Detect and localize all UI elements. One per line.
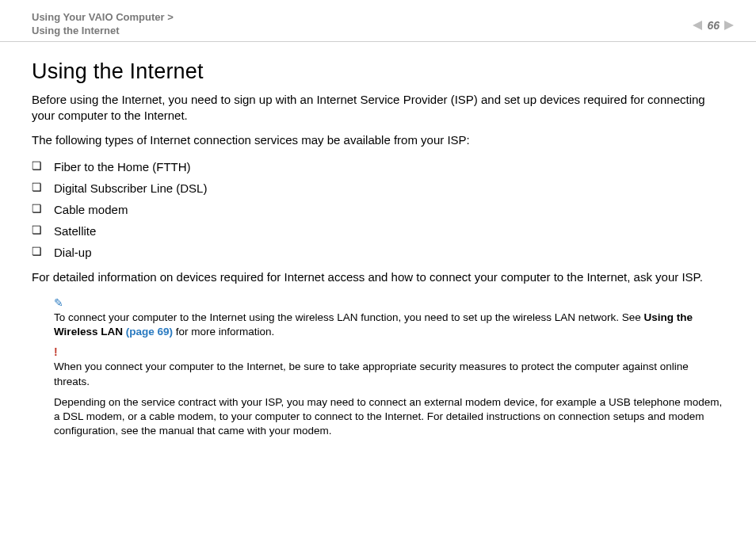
list-intro-paragraph: The following types of Internet connecti… bbox=[32, 132, 724, 148]
breadcrumb-line2: Using the Internet bbox=[32, 25, 724, 36]
list-item: Digital Subscriber Line (DSL) bbox=[32, 177, 724, 199]
page-header: Using Your VAIO Computer > Using the Int… bbox=[0, 0, 756, 42]
page-nav: 66 bbox=[693, 19, 734, 32]
list-item: Fiber to the Home (FTTH) bbox=[32, 156, 724, 177]
note-security: When you connect your computer to the In… bbox=[54, 360, 724, 388]
next-page-arrow-icon[interactable] bbox=[724, 21, 734, 30]
list-item: Satellite bbox=[32, 220, 724, 242]
notes-section: ✎ To connect your computer to the Intern… bbox=[32, 296, 724, 439]
after-list-paragraph: For detailed information on devices requ… bbox=[32, 269, 724, 285]
note-text-post: for more information. bbox=[173, 326, 274, 338]
note-pencil-icon: ✎ bbox=[54, 296, 724, 309]
intro-paragraph: Before using the Internet, you need to s… bbox=[32, 92, 724, 124]
breadcrumb-line1: Using Your VAIO Computer > bbox=[32, 11, 724, 23]
page-number: 66 bbox=[707, 19, 720, 32]
note-wireless-lan: To connect your computer to the Internet… bbox=[54, 311, 724, 339]
wireless-lan-link[interactable]: (page 69) bbox=[126, 326, 173, 338]
page-title: Using the Internet bbox=[32, 59, 724, 84]
prev-page-arrow-icon[interactable] bbox=[693, 21, 702, 30]
note-exclamation-icon: ! bbox=[54, 345, 724, 358]
list-item: Cable modem bbox=[32, 199, 724, 220]
connection-types-list: Fiber to the Home (FTTH) Digital Subscri… bbox=[32, 156, 724, 263]
note-modem: Depending on the service contract with y… bbox=[54, 395, 724, 439]
note-text-pre: To connect your computer to the Internet… bbox=[54, 311, 643, 323]
list-item: Dial-up bbox=[32, 242, 724, 263]
page-content: Using the Internet Before using the Inte… bbox=[0, 42, 756, 439]
